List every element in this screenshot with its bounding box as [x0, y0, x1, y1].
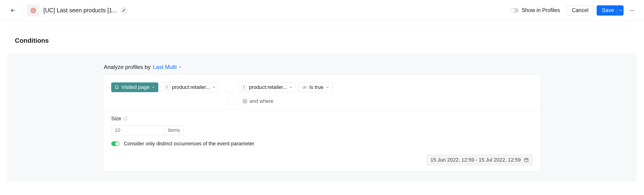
svg-rect-14 — [525, 158, 528, 162]
save-dropdown-button[interactable] — [617, 5, 624, 16]
parameter-chip-2-label: product:retailer... — [249, 84, 287, 90]
analyze-mode-value: Last Multi — [153, 64, 177, 70]
bell-icon — [114, 85, 119, 90]
chevron-down-icon — [326, 86, 329, 89]
chevron-down-icon — [152, 86, 155, 89]
svg-point-2 — [32, 9, 34, 12]
svg-point-13 — [125, 118, 126, 118]
calendar-icon — [524, 158, 528, 162]
filter-subconnector — [228, 94, 242, 104]
date-range-value: 15 Jun 2022, 12:59 - 15 Jul 2022, 12:59 — [430, 157, 521, 163]
boolean-icon — [302, 86, 307, 89]
arrow-left-icon — [10, 8, 16, 13]
parameter-chip-1[interactable]: T product:retailer... — [161, 82, 219, 92]
analyze-mode-dropdown[interactable]: Last Multi — [153, 64, 182, 70]
operator-chip[interactable]: Is true — [299, 82, 332, 92]
parameter-chip-2[interactable]: T product:retailer... — [238, 82, 296, 92]
filter-connector — [225, 87, 235, 92]
date-range-picker[interactable]: 15 Jun 2022, 12:59 - 15 Jul 2022, 12:59 — [426, 154, 533, 166]
page-title: [UC] Last seen products [1... — [44, 7, 117, 14]
event-chip-label: Visited page — [122, 84, 150, 90]
size-unit-label: items — [164, 125, 184, 135]
event-selector-chip[interactable]: Visited page — [111, 82, 158, 92]
plus-circle-icon — [242, 99, 247, 104]
text-type-icon: T — [242, 85, 247, 90]
add-condition-button[interactable]: and where — [242, 98, 274, 104]
pencil-icon — [122, 8, 126, 12]
edit-title-button[interactable] — [120, 7, 128, 14]
parameter-chip-1-label: product:retailer... — [172, 84, 210, 90]
separator — [23, 6, 23, 15]
chevron-down-icon — [289, 86, 292, 89]
more-menu-button[interactable] — [628, 6, 636, 15]
chevron-down-icon — [619, 9, 622, 12]
text-type-icon: T — [164, 85, 170, 90]
chevron-down-icon — [178, 66, 182, 69]
divider — [104, 110, 540, 110]
conditions-heading: Conditions — [15, 37, 629, 44]
distinct-toggle[interactable] — [111, 142, 120, 146]
svg-point-1 — [31, 8, 36, 13]
target-icon — [30, 8, 36, 14]
info-icon — [124, 116, 128, 121]
show-in-profiles-label: Show in Profiles — [522, 7, 560, 14]
operator-chip-label: Is true — [309, 84, 324, 90]
cancel-button[interactable]: Cancel — [566, 5, 594, 16]
svg-point-5 — [633, 10, 634, 11]
size-input[interactable] — [111, 125, 164, 135]
dots-icon — [630, 8, 635, 13]
entity-icon-badge — [27, 4, 39, 16]
distinct-label: Consider only distinct occurrences of th… — [124, 141, 254, 147]
svg-point-4 — [632, 10, 632, 11]
add-condition-label: and where — [250, 98, 274, 104]
analyze-prefix-label: Analyze profiles by — [104, 64, 150, 70]
chevron-down-icon — [212, 86, 216, 89]
back-button[interactable] — [8, 5, 18, 16]
save-button[interactable]: Save — [597, 5, 618, 16]
size-label: Size — [111, 116, 121, 122]
svg-point-3 — [630, 10, 631, 11]
show-in-profiles-toggle[interactable] — [510, 8, 519, 13]
